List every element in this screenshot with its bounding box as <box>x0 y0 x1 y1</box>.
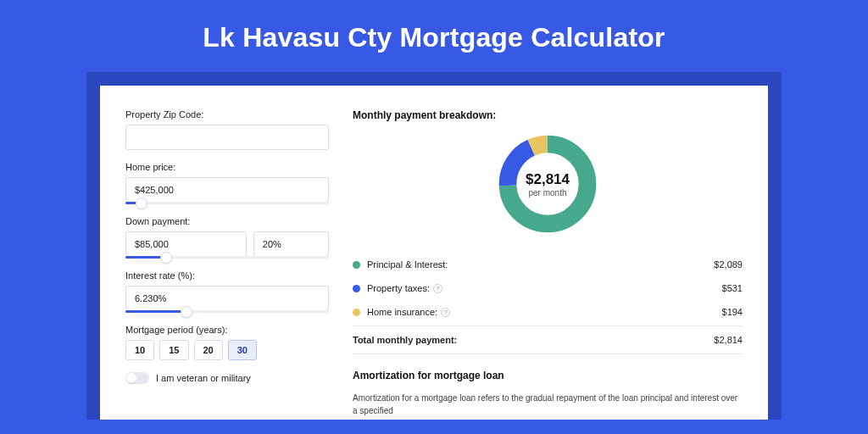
home-price-group: Home price: <box>125 162 329 204</box>
legend-dot-principal <box>353 261 360 269</box>
home-price-slider[interactable] <box>125 202 329 204</box>
period-button-30[interactable]: 30 <box>228 340 257 360</box>
breakdown-value: $531 <box>722 283 743 293</box>
down-payment-group: Down payment: <box>125 216 329 259</box>
calculator-frame: Property Zip Code: Home price: Down paym… <box>86 72 782 420</box>
page-title: Lk Havasu Cty Mortgage Calculator <box>0 0 868 72</box>
zip-label: Property Zip Code: <box>125 109 329 120</box>
total-row: Total monthly payment: $2,814 <box>353 326 743 354</box>
home-price-label: Home price: <box>125 162 329 172</box>
total-label: Total monthly payment: <box>353 335 714 345</box>
slider-thumb[interactable] <box>136 198 147 209</box>
breakdown-list: Principal & Interest:$2,089Property taxe… <box>353 252 743 324</box>
zip-group: Property Zip Code: <box>125 109 329 150</box>
veteran-label: I am veteran or military <box>156 373 251 383</box>
mortgage-period-label: Mortgage period (years): <box>125 325 329 335</box>
down-payment-percent-input[interactable] <box>253 231 329 257</box>
period-button-20[interactable]: 20 <box>194 340 223 360</box>
donut-center: $2,814 per month <box>495 131 600 236</box>
mortgage-period-options: 10152030 <box>125 340 329 360</box>
donut-total-sub: per month <box>528 188 566 198</box>
down-payment-label: Down payment: <box>125 216 329 226</box>
mortgage-period-group: Mortgage period (years): 10152030 <box>125 325 329 360</box>
breakdown-column: Monthly payment breakdown: $2,814 per mo… <box>353 109 743 420</box>
breakdown-title: Monthly payment breakdown: <box>353 109 743 121</box>
inputs-column: Property Zip Code: Home price: Down paym… <box>125 109 329 420</box>
amortization-section: Amortization for mortgage loan Amortizat… <box>353 370 743 417</box>
breakdown-label: Home insurance:? <box>367 307 722 317</box>
veteran-row: I am veteran or military <box>125 372 329 384</box>
interest-rate-slider[interactable] <box>125 310 329 313</box>
period-button-15[interactable]: 15 <box>159 340 188 360</box>
donut-chart: $2,814 per month <box>495 131 600 236</box>
legend-dot-taxes <box>353 285 360 292</box>
amortization-title: Amortization for mortgage loan <box>353 370 743 381</box>
veteran-toggle[interactable] <box>125 372 149 384</box>
interest-rate-label: Interest rate (%): <box>125 270 329 281</box>
slider-thumb[interactable] <box>160 252 172 264</box>
legend-dot-insurance <box>353 309 360 316</box>
info-icon[interactable]: ? <box>441 308 450 317</box>
breakdown-label: Property taxes:? <box>367 283 722 293</box>
breakdown-row-insurance: Home insurance:?$194 <box>353 300 743 324</box>
breakdown-row-principal: Principal & Interest:$2,089 <box>353 253 743 276</box>
donut-chart-wrap: $2,814 per month <box>353 131 743 236</box>
calculator-panel: Property Zip Code: Home price: Down paym… <box>100 86 768 420</box>
info-icon[interactable]: ? <box>433 284 442 293</box>
donut-total-value: $2,814 <box>526 171 570 188</box>
down-payment-amount-input[interactable] <box>125 231 247 257</box>
amortization-text: Amortization for a mortgage loan refers … <box>353 392 743 417</box>
interest-rate-input[interactable] <box>125 286 329 311</box>
breakdown-row-taxes: Property taxes:?$531 <box>353 276 743 300</box>
breakdown-label: Principal & Interest: <box>367 259 714 270</box>
breakdown-value: $2,089 <box>714 259 743 270</box>
slider-thumb[interactable] <box>181 306 192 318</box>
zip-input[interactable] <box>125 125 329 150</box>
home-price-input[interactable] <box>125 177 329 203</box>
interest-rate-group: Interest rate (%): <box>125 270 329 313</box>
period-button-10[interactable]: 10 <box>125 340 154 360</box>
breakdown-value: $194 <box>722 307 743 317</box>
down-payment-slider[interactable] <box>125 256 329 259</box>
total-value: $2,814 <box>714 335 743 345</box>
